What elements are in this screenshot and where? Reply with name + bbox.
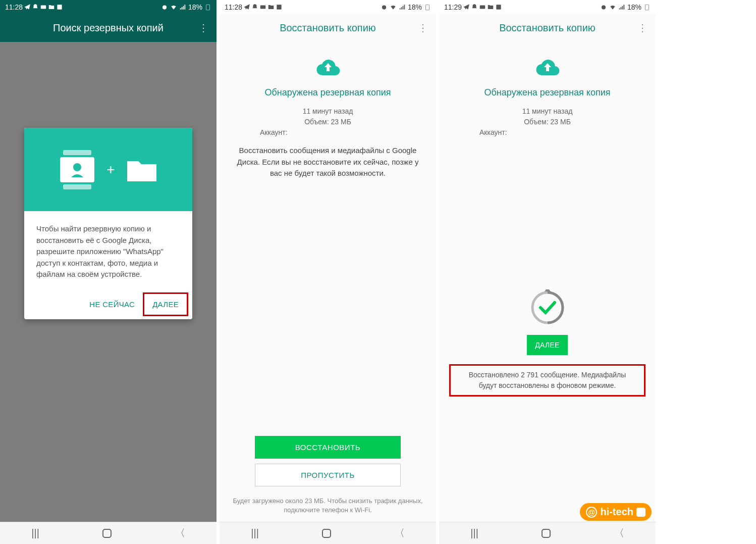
nav-home[interactable] (321, 528, 332, 538)
folder-icon (127, 158, 156, 181)
backup-found-title: Обнаружена резервная копия (220, 87, 436, 98)
bell-icon (32, 4, 39, 11)
signal-icon (618, 4, 625, 11)
svg-rect-12 (426, 5, 429, 10)
restore-result-message: Восстановлено 2 791 сообщение. Медиафайл… (449, 364, 645, 397)
more-icon[interactable]: ⋮ (418, 22, 428, 34)
svg-rect-15 (496, 5, 501, 9)
battery-icon (643, 4, 651, 11)
nav-home[interactable] (102, 528, 112, 538)
telegram-icon (243, 4, 250, 11)
page-title: Восстановить копию (499, 22, 596, 34)
wifi-icon (170, 4, 177, 11)
svg-marker-19 (545, 289, 551, 291)
wifi-icon (390, 4, 397, 11)
svg-rect-9 (260, 5, 266, 9)
alarm-icon (161, 4, 168, 11)
not-now-button[interactable]: НЕ СЕЙЧАС (81, 292, 143, 316)
watermark: @ hi-tech (580, 503, 652, 521)
svg-point-2 (163, 5, 167, 9)
screen-2-restore: 11:28 18% Восстановить копию ⋮ Обнаружен… (220, 0, 436, 544)
alarm-icon (381, 4, 388, 11)
cloud-upload-icon (314, 57, 342, 78)
account-label: Аккаунт: (220, 127, 436, 138)
nav-bar: ||| 〈 (220, 522, 436, 544)
screen-3-restored: 11:29 18% Восстановить копию ⋮ Обнаружен… (439, 0, 656, 544)
backup-time: 11 минут назад (439, 106, 656, 117)
svg-point-6 (73, 163, 81, 171)
svg-rect-20 (542, 529, 550, 537)
watermark-text: hi-tech (600, 506, 633, 518)
dialog-header: + (24, 128, 192, 211)
svg-rect-13 (322, 529, 331, 537)
svg-rect-17 (645, 5, 649, 10)
image-icon (276, 4, 283, 11)
battery-icon (424, 4, 431, 11)
nav-bar: ||| 〈 (0, 522, 217, 544)
app-bar: Поиск резервных копий ⋮ (0, 14, 217, 42)
svg-rect-4 (63, 150, 91, 155)
svg-point-16 (602, 5, 606, 9)
svg-rect-8 (103, 529, 111, 537)
bell-icon (471, 4, 478, 11)
backup-size: Объем: 23 МБ (439, 117, 656, 127)
backup-size: Объем: 23 МБ (220, 117, 436, 127)
account-label: Аккаунт: (439, 127, 656, 138)
svg-rect-1 (57, 5, 62, 9)
permission-dialog: + Чтобы найти резервную копию и восстано… (24, 128, 192, 319)
nav-recents[interactable]: ||| (470, 527, 478, 539)
footer-note: Будет загружено около 23 МБ. Чтобы снизи… (220, 492, 436, 522)
svg-point-11 (382, 5, 386, 9)
telegram-icon (463, 4, 470, 11)
more-icon[interactable]: ⋮ (198, 22, 208, 34)
app-bar: Восстановить копию ⋮ (439, 14, 656, 42)
backup-time: 11 минут назад (220, 106, 436, 117)
status-time: 11:29 (444, 3, 462, 11)
page-title: Поиск резервных копий (53, 22, 164, 34)
alarm-icon (600, 4, 607, 11)
signal-icon (399, 4, 406, 11)
battery-percent: 18% (408, 3, 422, 11)
telegram-icon (24, 4, 31, 11)
nav-back[interactable]: 〈 (175, 526, 185, 540)
nav-recents[interactable]: ||| (251, 527, 259, 539)
signal-icon (179, 4, 186, 11)
folder-icon (48, 4, 55, 11)
battery-icon (204, 4, 211, 11)
skip-button[interactable]: ПРОПУСТИТЬ (255, 464, 401, 486)
nav-back[interactable]: 〈 (614, 526, 624, 540)
youtube-icon (40, 4, 47, 11)
success-check-icon (529, 289, 566, 326)
bell-icon (251, 4, 258, 11)
image-icon (56, 4, 63, 11)
battery-percent: 18% (188, 3, 202, 11)
status-time: 11:28 (5, 3, 23, 11)
watermark-at-icon: @ (586, 507, 597, 518)
youtube-icon (479, 4, 486, 11)
contacts-icon (60, 150, 94, 189)
svg-rect-7 (63, 184, 91, 189)
nav-recents[interactable]: ||| (31, 527, 39, 539)
nav-back[interactable]: 〈 (395, 526, 405, 540)
svg-rect-14 (480, 5, 485, 9)
restore-description: Восстановить сообщения и медиафайлы с Go… (220, 138, 436, 179)
restore-button[interactable]: ВОССТАНОВИТЬ (255, 436, 401, 459)
svg-rect-0 (41, 5, 46, 9)
svg-rect-21 (636, 508, 645, 517)
status-bar: 11:28 18% (0, 0, 217, 14)
status-time: 11:28 (225, 3, 242, 11)
next-button[interactable]: ДАЛЕЕ (143, 292, 188, 316)
folder-icon (267, 4, 275, 11)
nav-home[interactable] (541, 528, 551, 538)
battery-percent: 18% (627, 3, 641, 11)
svg-rect-3 (206, 5, 210, 10)
next-button[interactable]: ДАЛЕЕ (527, 335, 568, 355)
vk-icon (636, 508, 645, 517)
youtube-icon (259, 4, 266, 11)
wifi-icon (609, 4, 616, 11)
app-bar: Восстановить копию ⋮ (220, 14, 436, 42)
more-icon[interactable]: ⋮ (637, 22, 647, 34)
svg-rect-10 (277, 5, 281, 9)
page-title: Восстановить копию (280, 22, 376, 34)
nav-bar: ||| 〈 (439, 522, 656, 544)
